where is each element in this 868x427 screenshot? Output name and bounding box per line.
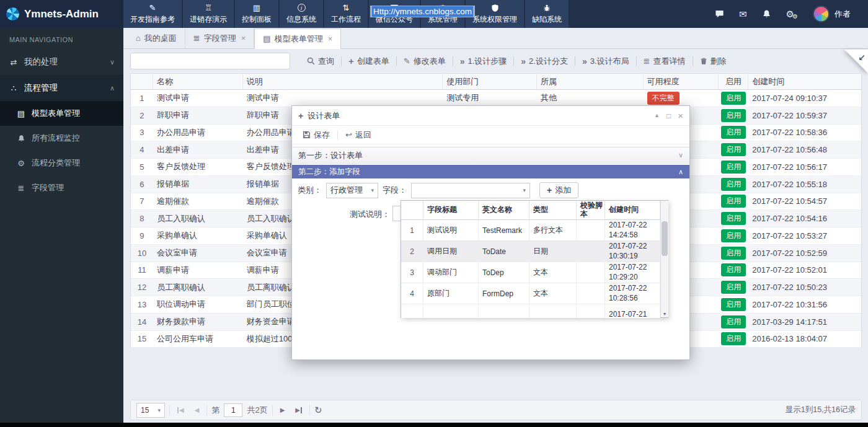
table-row[interactable]: 1 测试申请 测试申请 测试专用 其他 不完整 启用 2017-07-24 09… (131, 90, 861, 107)
enabled-badge[interactable]: 启用 (721, 298, 746, 311)
header-name[interactable]: 名称 (153, 74, 243, 89)
enabled-badge[interactable]: 启用 (721, 263, 746, 276)
sidebar-item-my-tasks[interactable]: ⇄ 我的处理 ∨ (0, 49, 123, 75)
page-number-input[interactable] (224, 403, 242, 417)
save-button[interactable]: 保存 (298, 128, 335, 143)
last-page-button[interactable]: ▶ (292, 407, 305, 413)
nav-item-control-panel[interactable]: ▥ 控制面板 (235, 0, 278, 28)
header-description[interactable]: 说明 (243, 74, 443, 89)
gears-icon[interactable]: ⚙⚙ (786, 9, 798, 20)
field-row[interactable]: 1 测试说明 TestRemark 多行文本 2017-07-22 14:24:… (401, 220, 660, 241)
field-row[interactable]: 3 调动部门 ToDep 文本 2017-07-22 10:29:20 (401, 262, 660, 283)
enabled-badge[interactable]: 启用 (721, 109, 746, 122)
search-input[interactable] (130, 53, 290, 69)
header-created[interactable]: 创建时间 (748, 74, 861, 89)
enabled-badge[interactable]: 启用 (721, 161, 746, 174)
sidebar-item-process-mgmt[interactable]: ∴ 流程管理 ∧ (0, 75, 123, 101)
cell-availability: 不完整 (644, 90, 719, 107)
close-icon[interactable]: × (241, 33, 246, 43)
step1-accordion-header[interactable]: 第一步：设计表单 ∨ (292, 147, 689, 164)
enabled-badge[interactable]: 启用 (721, 315, 746, 328)
nav-item-defect-system[interactable]: 缺陷系统 (525, 0, 569, 28)
field-cell-title (423, 304, 479, 318)
category-select[interactable]: 行政管理 ▾ (326, 183, 378, 198)
enabled-badge[interactable]: 启用 (721, 143, 746, 156)
nav-item-info-system[interactable]: i 信息系统 (280, 0, 323, 28)
field-cell-index (401, 304, 423, 318)
edit-form-button[interactable]: ✎ 修改表单 (397, 53, 453, 69)
dropdown-scrollbar[interactable]: ▾ (660, 201, 668, 317)
field-select[interactable]: ▾ (411, 183, 530, 198)
page-size-select[interactable]: 15 ▾ (136, 403, 165, 418)
cell-row-index: 8 (131, 210, 153, 227)
user-name: 作者 (835, 9, 851, 20)
tab-desktop[interactable]: ⌂ 我的桌面 (128, 28, 185, 48)
tab-model-form-mgmt[interactable]: ▤ 模型表单管理 × (254, 29, 341, 49)
cell-row-index: 6 (131, 176, 153, 193)
next-page-button[interactable]: ▶ (277, 407, 288, 413)
field-cell-index: 1 (401, 220, 423, 240)
scrollbar-thumb[interactable] (662, 221, 668, 256)
field-header-script: 校验脚本 (577, 201, 605, 219)
brand-name: Ymnets-Admin (24, 8, 99, 20)
nav-item-workflow[interactable]: ⇅ 工作流程 (324, 0, 368, 28)
sidebar-subitem-process-category[interactable]: ⚙ 流程分类管理 (0, 151, 123, 175)
modal-header[interactable]: + 设计表单 ▲ □ × (292, 106, 689, 126)
header-availability[interactable]: 可用程度 (644, 74, 719, 89)
enabled-badge[interactable]: 启用 (721, 281, 746, 294)
enabled-badge[interactable]: 启用 (721, 212, 746, 225)
step2-accordion-header[interactable]: 第二步：添加字段 ∧ (292, 165, 689, 178)
brand-logo[interactable]: Ymnets-Admin (0, 0, 123, 28)
design-steps-button[interactable]: » 1.设计步骤 (453, 53, 514, 69)
header-department[interactable]: 使用部门 (443, 74, 537, 89)
bell-icon[interactable] (762, 9, 771, 19)
field-row[interactable]: 2017-07-21 (401, 304, 660, 318)
scrollbar-down-arrow[interactable]: ▾ (661, 311, 668, 317)
search-button[interactable]: 查询 (300, 53, 341, 69)
header-enabled[interactable]: 启用 (719, 74, 748, 89)
close-icon[interactable]: × (678, 111, 683, 120)
field-cell-title: 测试说明 (423, 220, 479, 240)
gear-small-icon: ⚙ (792, 13, 798, 20)
sidebar-subitem-process-monitor[interactable]: 所有流程监控 (0, 126, 123, 151)
enabled-badge[interactable]: 启用 (721, 247, 746, 260)
field-cell-created: 2017-07-22 10:28:56 (605, 283, 660, 304)
nav-item-inventory-demo[interactable]: ♖ 进销存演示 (183, 0, 234, 28)
prev-page-button[interactable]: ◀ (192, 407, 203, 413)
nav-item-dev-guide[interactable]: ✎ 开发指南参考 (123, 0, 182, 28)
field-row[interactable]: 2 调用日期 ToDate 日期 2017-07-22 10:30:19 (401, 241, 660, 262)
back-button[interactable]: ↩ 返回 (340, 128, 376, 143)
enabled-badge[interactable]: 启用 (721, 178, 746, 191)
refresh-icon[interactable]: ↻ (314, 405, 322, 416)
sidebar-subitem-model-form-mgmt[interactable]: ▤ 模型表单管理 (0, 101, 123, 126)
field-row[interactable]: 4 原部门 FormDep 文本 2017-07-22 10:28:56 (401, 283, 660, 304)
cell-enabled: 启用 (719, 90, 748, 107)
maximize-icon[interactable]: □ (666, 112, 671, 120)
availability-badge: 不完整 (647, 92, 680, 105)
enabled-badge[interactable]: 启用 (721, 92, 746, 105)
user-menu[interactable]: 作者 (813, 6, 851, 22)
header-owner[interactable]: 所属 (537, 74, 644, 89)
navbar-menu: ✎ 开发指南参考 ♖ 进销存演示 ▥ 控制面板 i 信息系统 ⇅ 工作流程 (123, 0, 570, 28)
chat-icon[interactable] (715, 9, 724, 19)
collapse-corner-widget[interactable]: ↙ (844, 50, 868, 73)
delete-button[interactable]: 删除 (693, 53, 733, 69)
sidebar-item-label: 我的处理 (24, 56, 58, 68)
add-field-button[interactable]: + 添加 (539, 182, 578, 198)
minimize-icon[interactable]: ▲ (654, 113, 660, 118)
view-details-button[interactable]: ≣ 查看详情 (637, 53, 693, 69)
mail-icon[interactable]: ✉ (739, 9, 747, 20)
close-icon[interactable]: × (328, 34, 333, 43)
enabled-badge[interactable]: 启用 (721, 126, 746, 139)
enabled-badge[interactable]: 启用 (721, 229, 746, 242)
url-selection[interactable]: Http://ymnets.cnblogs.com (370, 6, 475, 17)
tab-field-mgmt[interactable]: ≣ 字段管理 × (185, 28, 255, 48)
create-form-button[interactable]: + 创建表单 (342, 53, 396, 69)
first-page-button[interactable]: ◀ (174, 407, 187, 413)
enabled-badge[interactable]: 启用 (721, 332, 746, 345)
design-branch-button[interactable]: » 2.设计分支 (514, 53, 575, 69)
cell-row-index: 4 (131, 141, 153, 158)
sidebar-subitem-field-mgmt[interactable]: ≣ 字段管理 (0, 175, 123, 200)
design-layout-button[interactable]: » 3.设计布局 (575, 53, 636, 69)
enabled-badge[interactable]: 启用 (721, 195, 746, 208)
